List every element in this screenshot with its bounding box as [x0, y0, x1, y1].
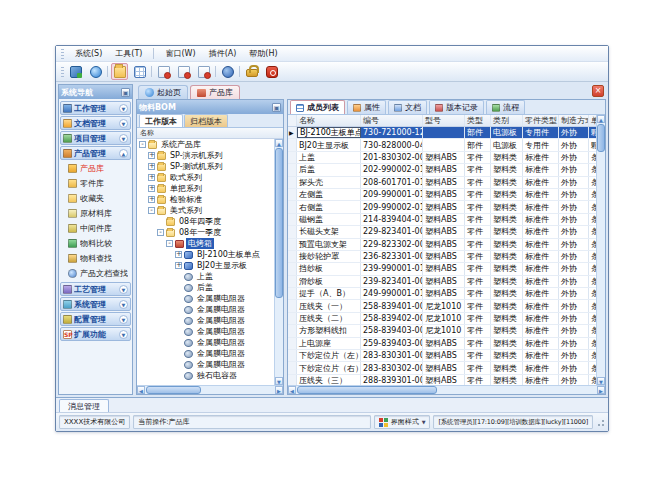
scroll-right-icon[interactable]: ▶: [275, 386, 283, 394]
chevron-down-icon[interactable]: ▼: [119, 119, 128, 128]
table-row[interactable]: 压线夹（二）258-839402-00X尼龙1010零件塑料类标准件外协条: [288, 313, 596, 325]
sidebar-item-raw-material-library[interactable]: 原材料库: [60, 206, 131, 221]
chevron-down-icon[interactable]: ▼: [119, 134, 128, 143]
expander-plus-icon[interactable]: +: [175, 251, 182, 258]
folder-button[interactable]: [111, 63, 128, 80]
table-hscroll-thumb[interactable]: [297, 386, 437, 394]
tree-node[interactable]: +检验标准: [137, 194, 274, 205]
table-row[interactable]: 上电源座259-839403-00X塑料ABS零件塑料类标准件外协条: [288, 338, 596, 350]
chevron-up-icon[interactable]: ▲: [119, 149, 128, 158]
table-vertical-scrollbar[interactable]: ▲ ▼: [596, 115, 605, 385]
tree-node[interactable]: -电烤箱: [137, 238, 274, 249]
column-header[interactable]: 类别: [491, 115, 523, 126]
table-row[interactable]: BJ20主显示板730-828000-04X部件电源板专用件外协颗: [288, 139, 596, 151]
menu-item-5[interactable]: 帮助(H): [247, 47, 279, 60]
expander-plus-icon[interactable]: +: [148, 196, 155, 203]
tab-message-management[interactable]: 消息管理: [59, 399, 109, 412]
table-row[interactable]: 长磁头支架229-823401-00X塑料ABS零件塑料类标准件外协条: [288, 226, 596, 238]
tree-node[interactable]: 08年四季度: [137, 216, 274, 227]
tree-node[interactable]: 金属膜电阻器: [137, 304, 274, 315]
sidebar-item-material-compare[interactable]: 物料比较: [60, 236, 131, 251]
tab-version-record[interactable]: 版本记录: [429, 100, 484, 114]
expander-minus-icon[interactable]: -: [166, 240, 173, 247]
tree-node[interactable]: -美式系列: [137, 205, 274, 216]
tree-vscroll-thumb[interactable]: [275, 148, 283, 298]
table-row[interactable]: ▶BJ-2100主板单点730-721000-12X部件电源板专用件外协颗: [288, 127, 596, 139]
table-row[interactable]: 压线夹（一）258-839401-00X尼龙1010零件塑料类标准件外协条: [288, 300, 596, 312]
column-header[interactable]: 型号: [423, 115, 465, 126]
doc-close-button[interactable]: [195, 63, 212, 80]
chevron-down-icon[interactable]: ▼: [119, 315, 128, 324]
menu-item-2[interactable]: 工具(T): [113, 47, 144, 60]
tree-node[interactable]: 金属膜电阻器: [137, 348, 274, 359]
expander-minus-icon[interactable]: -: [139, 141, 146, 148]
tree-node[interactable]: +BJ-2100主板单点: [137, 249, 274, 260]
toolbar-grip[interactable]: [61, 67, 64, 77]
column-header[interactable]: 制造方式: [559, 115, 589, 126]
sidebar-item-favorites[interactable]: 收藏夹: [60, 191, 131, 206]
menu-grip[interactable]: [61, 49, 64, 59]
table-row[interactable]: 右侧盖209-990002-01X塑料ABS零件塑料类标准件外协条: [288, 201, 596, 213]
scroll-right-icon[interactable]: ▶: [597, 386, 605, 394]
resize-grip[interactable]: [596, 418, 605, 427]
table-row[interactable]: 后盖202-990002-01X塑料ABS零件塑料类标准件外协条: [288, 164, 596, 176]
sidebar-item-intermediate-library[interactable]: 中间件库: [60, 221, 131, 236]
expander-plus-icon[interactable]: +: [148, 163, 155, 170]
globe-button[interactable]: [87, 63, 104, 80]
table-horizontal-scrollbar[interactable]: ◀ ▶: [288, 385, 605, 394]
tree-node[interactable]: +SP-测试机系列: [137, 161, 274, 172]
sidebar-group-document-management[interactable]: 文档管理▼: [60, 116, 131, 130]
tree-node[interactable]: 后盖: [137, 282, 274, 293]
expander-minus-icon[interactable]: -: [157, 229, 164, 236]
tree-node[interactable]: -08年一季度: [137, 227, 274, 238]
tab-working-version[interactable]: 工作版本: [139, 114, 183, 127]
sidebar-item-product-library[interactable]: 产品库: [60, 161, 131, 176]
tree-node[interactable]: +欧式系列: [137, 172, 274, 183]
scroll-left-icon[interactable]: ◀: [137, 386, 145, 394]
column-header[interactable]: 零件类型: [523, 115, 559, 126]
sidebar-group-config-management[interactable]: 配置管理▼: [60, 312, 131, 326]
scroll-up-icon[interactable]: ▲: [597, 115, 605, 123]
lock-button[interactable]: [243, 63, 260, 80]
tab-properties[interactable]: 属性: [347, 100, 386, 114]
tab-workflow[interactable]: 流程: [486, 100, 525, 114]
table-row[interactable]: 提手（A、B）249-990001-01X塑料ABS零件塑料类标准件外协条: [288, 288, 596, 300]
sidebar-group-process-management[interactable]: 工艺管理▼: [60, 282, 131, 296]
tree-node[interactable]: +SP-演示机系列: [137, 150, 274, 161]
chevron-down-icon[interactable]: ▼: [119, 104, 128, 113]
chevron-down-icon[interactable]: ▼: [119, 300, 128, 309]
tree-node[interactable]: -系统产品库: [137, 139, 274, 150]
tree-node[interactable]: 金属膜电阻器: [137, 315, 274, 326]
scroll-down-icon[interactable]: ▼: [597, 377, 605, 385]
table-vscroll-thumb[interactable]: [597, 124, 605, 152]
menu-item-3[interactable]: 窗口(W): [163, 47, 197, 60]
table-row[interactable]: 压线夹（三）288-839301-00X塑料ABS零件塑料类标准件外协条: [288, 375, 596, 385]
table-row[interactable]: 接纱轮护罩236-823301-00X塑料ABS零件塑料类标准件外协条: [288, 251, 596, 263]
expander-plus-icon[interactable]: +: [175, 262, 182, 269]
sidebar-group-extension-functions[interactable]: SP扩展功能▼: [60, 327, 131, 341]
table-row[interactable]: 下纱定位片（左）283-830301-00X塑料ABS零件塑料类标准件外协条: [288, 350, 596, 362]
tree-hscroll-thumb[interactable]: [146, 386, 201, 394]
tree-node[interactable]: 金属膜电阻器: [137, 337, 274, 348]
tree-node[interactable]: 金属膜电阻器: [137, 359, 274, 370]
expander-plus-icon[interactable]: +: [148, 174, 155, 181]
sidebar-item-product-doc-search[interactable]: 产品文档查找: [60, 266, 131, 281]
column-header[interactable]: 编号: [361, 115, 423, 126]
tab-start-page[interactable]: 起始页: [138, 85, 188, 99]
sync-button[interactable]: [67, 63, 84, 80]
tab-documents[interactable]: 文档: [388, 100, 427, 114]
expander-plus-icon[interactable]: +: [148, 185, 155, 192]
tree-node[interactable]: +单把系列: [137, 183, 274, 194]
tab-archived-version[interactable]: 归档版本: [184, 114, 228, 127]
grid-button[interactable]: [131, 63, 148, 80]
scroll-left-icon[interactable]: ◀: [288, 386, 296, 394]
expander-minus-icon[interactable]: -: [148, 207, 155, 214]
doc-new-button[interactable]: [155, 63, 172, 80]
bom-pin-icon[interactable]: ▣: [272, 103, 281, 112]
help-button[interactable]: [219, 63, 236, 80]
sidebar-group-product-management[interactable]: 产品管理▲: [60, 146, 131, 160]
scroll-down-icon[interactable]: ▼: [275, 377, 283, 385]
expander-plus-icon[interactable]: +: [148, 152, 155, 159]
table-row[interactable]: 磁钢盖214-839404-01X塑料ABS零件塑料类标准件外协条: [288, 214, 596, 226]
sidebar-group-project-management[interactable]: 项目管理▼: [60, 131, 131, 145]
